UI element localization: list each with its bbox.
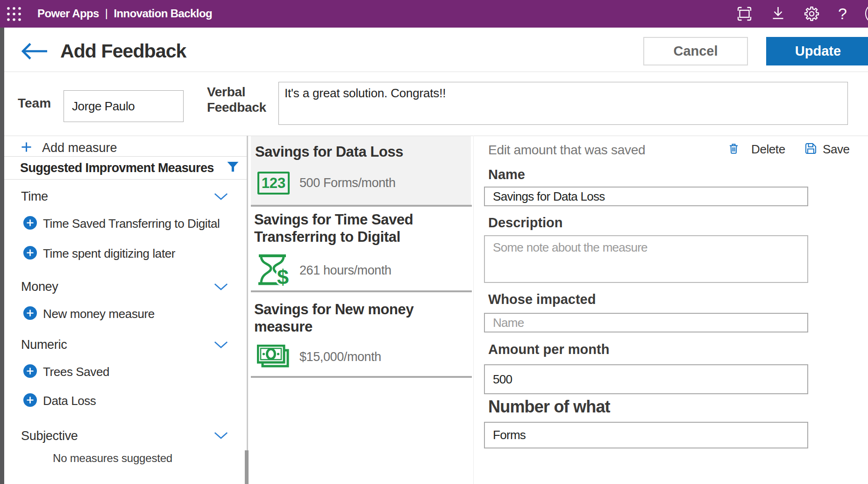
svg-text:$: $ xyxy=(277,265,289,287)
